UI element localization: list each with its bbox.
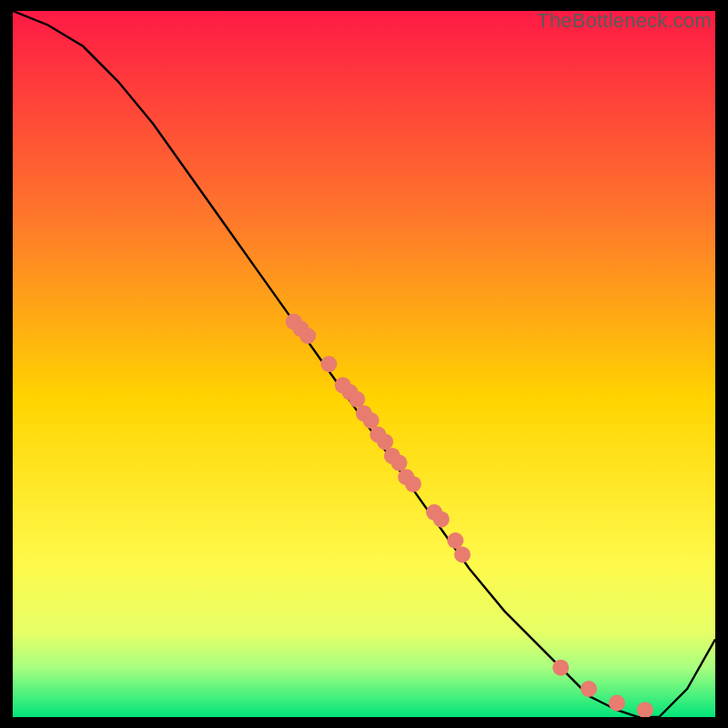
data-point: [454, 547, 470, 563]
data-point: [349, 391, 365, 408]
data-point: [391, 455, 408, 471]
data-point: [299, 328, 316, 344]
watermark-text: TheBottleneck.com: [537, 9, 712, 33]
bottleneck-chart: [13, 11, 715, 717]
data-point: [552, 660, 569, 676]
data-point: [405, 476, 421, 492]
chart-frame: TheBottleneck.com: [13, 11, 715, 717]
gradient-background: [13, 11, 715, 717]
data-point: [363, 412, 379, 429]
data-point: [320, 356, 337, 372]
data-point: [609, 695, 625, 712]
data-point: [447, 532, 463, 549]
data-point: [377, 433, 393, 450]
data-point: [581, 681, 597, 697]
data-point: [433, 511, 450, 528]
